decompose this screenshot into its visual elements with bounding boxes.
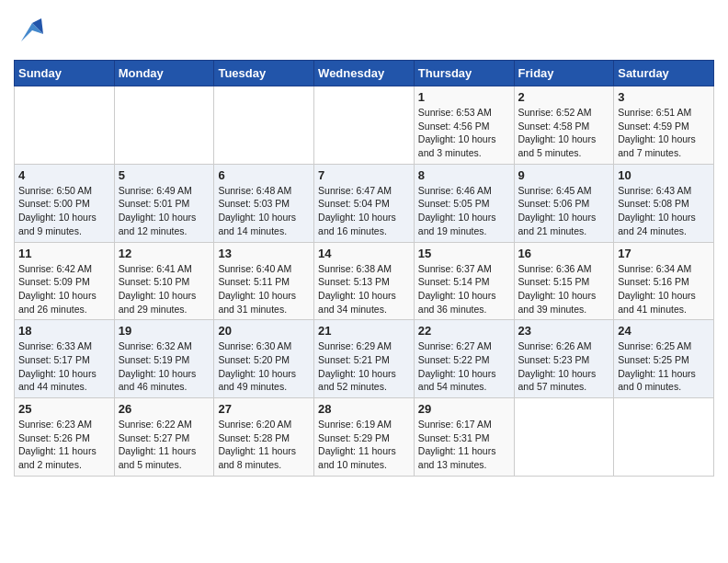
day-number: 24	[618, 324, 710, 338]
day-info: Sunrise: 6:29 AM Sunset: 5:21 PM Dayligh…	[318, 339, 410, 394]
calendar-cell: 7Sunrise: 6:47 AM Sunset: 5:04 PM Daylig…	[314, 164, 415, 242]
column-header-friday: Friday	[514, 61, 614, 86]
calendar-cell: 24Sunrise: 6:25 AM Sunset: 5:25 PM Dayli…	[614, 320, 714, 398]
day-info: Sunrise: 6:25 AM Sunset: 5:25 PM Dayligh…	[618, 339, 710, 394]
calendar-week-5: 25Sunrise: 6:23 AM Sunset: 5:26 PM Dayli…	[15, 398, 714, 477]
calendar-week-2: 4Sunrise: 6:50 AM Sunset: 5:00 PM Daylig…	[15, 164, 714, 242]
day-info: Sunrise: 6:34 AM Sunset: 5:16 PM Dayligh…	[618, 262, 710, 316]
calendar-cell	[614, 398, 714, 477]
day-number: 4	[18, 168, 110, 182]
calendar-cell: 26Sunrise: 6:22 AM Sunset: 5:27 PM Dayli…	[114, 398, 214, 477]
calendar-cell: 20Sunrise: 6:30 AM Sunset: 5:20 PM Dayli…	[214, 320, 314, 398]
calendar-cell: 6Sunrise: 6:48 AM Sunset: 5:03 PM Daylig…	[214, 164, 314, 242]
calendar-cell: 29Sunrise: 6:17 AM Sunset: 5:31 PM Dayli…	[414, 398, 514, 477]
calendar-cell: 18Sunrise: 6:33 AM Sunset: 5:17 PM Dayli…	[15, 320, 115, 398]
day-info: Sunrise: 6:30 AM Sunset: 5:20 PM Dayligh…	[218, 339, 310, 394]
day-info: Sunrise: 6:19 AM Sunset: 5:29 PM Dayligh…	[318, 418, 410, 472]
column-header-sunday: Sunday	[15, 61, 115, 86]
calendar-table: SundayMondayTuesdayWednesdayThursdayFrid…	[14, 60, 714, 477]
calendar-cell: 13Sunrise: 6:40 AM Sunset: 5:11 PM Dayli…	[214, 242, 314, 320]
day-info: Sunrise: 6:23 AM Sunset: 5:26 PM Dayligh…	[18, 418, 110, 472]
day-info: Sunrise: 6:17 AM Sunset: 5:31 PM Dayligh…	[418, 418, 510, 472]
page-header	[14, 14, 714, 51]
day-info: Sunrise: 6:27 AM Sunset: 5:22 PM Dayligh…	[418, 339, 510, 394]
day-info: Sunrise: 6:48 AM Sunset: 5:03 PM Dayligh…	[218, 184, 310, 238]
day-number: 1	[418, 90, 510, 104]
calendar-cell	[314, 86, 415, 165]
day-number: 25	[18, 402, 110, 416]
calendar-cell: 8Sunrise: 6:46 AM Sunset: 5:05 PM Daylig…	[414, 164, 514, 242]
day-number: 9	[518, 168, 610, 182]
day-number: 18	[18, 324, 110, 338]
calendar-cell: 16Sunrise: 6:36 AM Sunset: 5:15 PM Dayli…	[514, 242, 614, 320]
calendar-cell: 3Sunrise: 6:51 AM Sunset: 4:59 PM Daylig…	[614, 86, 714, 165]
calendar-cell: 17Sunrise: 6:34 AM Sunset: 5:16 PM Dayli…	[614, 242, 714, 320]
day-info: Sunrise: 6:41 AM Sunset: 5:10 PM Dayligh…	[119, 262, 210, 316]
day-info: Sunrise: 6:40 AM Sunset: 5:11 PM Dayligh…	[218, 262, 310, 316]
day-number: 2	[518, 90, 610, 104]
day-number: 29	[418, 402, 510, 416]
day-info: Sunrise: 6:52 AM Sunset: 4:58 PM Dayligh…	[518, 106, 610, 160]
column-header-saturday: Saturday	[614, 61, 714, 86]
day-info: Sunrise: 6:46 AM Sunset: 5:05 PM Dayligh…	[418, 184, 510, 238]
calendar-week-1: 1Sunrise: 6:53 AM Sunset: 4:56 PM Daylig…	[15, 86, 714, 165]
calendar-header-row: SundayMondayTuesdayWednesdayThursdayFrid…	[15, 61, 714, 86]
day-number: 7	[318, 168, 410, 182]
day-info: Sunrise: 6:50 AM Sunset: 5:00 PM Dayligh…	[18, 184, 110, 238]
calendar-cell: 4Sunrise: 6:50 AM Sunset: 5:00 PM Daylig…	[15, 164, 115, 242]
calendar-cell: 5Sunrise: 6:49 AM Sunset: 5:01 PM Daylig…	[114, 164, 214, 242]
day-number: 22	[418, 324, 510, 338]
day-info: Sunrise: 6:47 AM Sunset: 5:04 PM Dayligh…	[318, 184, 410, 238]
column-header-monday: Monday	[114, 61, 214, 86]
day-number: 10	[618, 168, 710, 182]
day-number: 13	[218, 247, 310, 260]
calendar-cell: 28Sunrise: 6:19 AM Sunset: 5:29 PM Dayli…	[314, 398, 415, 477]
day-number: 19	[119, 324, 210, 338]
day-number: 17	[618, 247, 710, 260]
calendar-cell	[15, 86, 115, 165]
calendar-cell: 2Sunrise: 6:52 AM Sunset: 4:58 PM Daylig…	[514, 86, 614, 165]
day-number: 27	[218, 402, 310, 416]
day-number: 12	[119, 247, 210, 260]
day-number: 6	[218, 168, 310, 182]
column-header-thursday: Thursday	[414, 61, 514, 86]
calendar-cell: 15Sunrise: 6:37 AM Sunset: 5:14 PM Dayli…	[414, 242, 514, 320]
calendar-cell: 11Sunrise: 6:42 AM Sunset: 5:09 PM Dayli…	[15, 242, 115, 320]
calendar-cell: 14Sunrise: 6:38 AM Sunset: 5:13 PM Dayli…	[314, 242, 415, 320]
day-number: 16	[518, 247, 610, 260]
day-info: Sunrise: 6:38 AM Sunset: 5:13 PM Dayligh…	[318, 262, 410, 316]
day-info: Sunrise: 6:53 AM Sunset: 4:56 PM Dayligh…	[418, 106, 510, 160]
day-info: Sunrise: 6:26 AM Sunset: 5:23 PM Dayligh…	[518, 339, 610, 394]
calendar-cell	[114, 86, 214, 165]
day-info: Sunrise: 6:33 AM Sunset: 5:17 PM Dayligh…	[18, 339, 110, 394]
day-number: 26	[119, 402, 210, 416]
day-number: 15	[418, 247, 510, 260]
calendar-cell: 22Sunrise: 6:27 AM Sunset: 5:22 PM Dayli…	[414, 320, 514, 398]
calendar-week-4: 18Sunrise: 6:33 AM Sunset: 5:17 PM Dayli…	[15, 320, 714, 398]
day-info: Sunrise: 6:43 AM Sunset: 5:08 PM Dayligh…	[618, 184, 710, 238]
logo	[14, 14, 54, 51]
column-header-wednesday: Wednesday	[314, 61, 415, 86]
day-number: 20	[218, 324, 310, 338]
day-info: Sunrise: 6:51 AM Sunset: 4:59 PM Dayligh…	[618, 106, 710, 160]
calendar-cell: 9Sunrise: 6:45 AM Sunset: 5:06 PM Daylig…	[514, 164, 614, 242]
calendar-cell: 25Sunrise: 6:23 AM Sunset: 5:26 PM Dayli…	[15, 398, 115, 477]
day-info: Sunrise: 6:32 AM Sunset: 5:19 PM Dayligh…	[119, 339, 210, 394]
column-header-tuesday: Tuesday	[214, 61, 314, 86]
day-info: Sunrise: 6:37 AM Sunset: 5:14 PM Dayligh…	[418, 262, 510, 316]
calendar-cell: 1Sunrise: 6:53 AM Sunset: 4:56 PM Daylig…	[414, 86, 514, 165]
day-info: Sunrise: 6:20 AM Sunset: 5:28 PM Dayligh…	[218, 418, 310, 472]
calendar-cell: 12Sunrise: 6:41 AM Sunset: 5:10 PM Dayli…	[114, 242, 214, 320]
calendar-cell: 23Sunrise: 6:26 AM Sunset: 5:23 PM Dayli…	[514, 320, 614, 398]
day-info: Sunrise: 6:45 AM Sunset: 5:06 PM Dayligh…	[518, 184, 610, 238]
day-number: 5	[119, 168, 210, 182]
day-number: 8	[418, 168, 510, 182]
day-info: Sunrise: 6:42 AM Sunset: 5:09 PM Dayligh…	[18, 262, 110, 316]
calendar-week-3: 11Sunrise: 6:42 AM Sunset: 5:09 PM Dayli…	[15, 242, 714, 320]
calendar-cell: 10Sunrise: 6:43 AM Sunset: 5:08 PM Dayli…	[614, 164, 714, 242]
day-number: 3	[618, 90, 710, 104]
calendar-cell: 21Sunrise: 6:29 AM Sunset: 5:21 PM Dayli…	[314, 320, 415, 398]
calendar-cell	[214, 86, 314, 165]
day-info: Sunrise: 6:36 AM Sunset: 5:15 PM Dayligh…	[518, 262, 610, 316]
day-info: Sunrise: 6:49 AM Sunset: 5:01 PM Dayligh…	[119, 184, 210, 238]
